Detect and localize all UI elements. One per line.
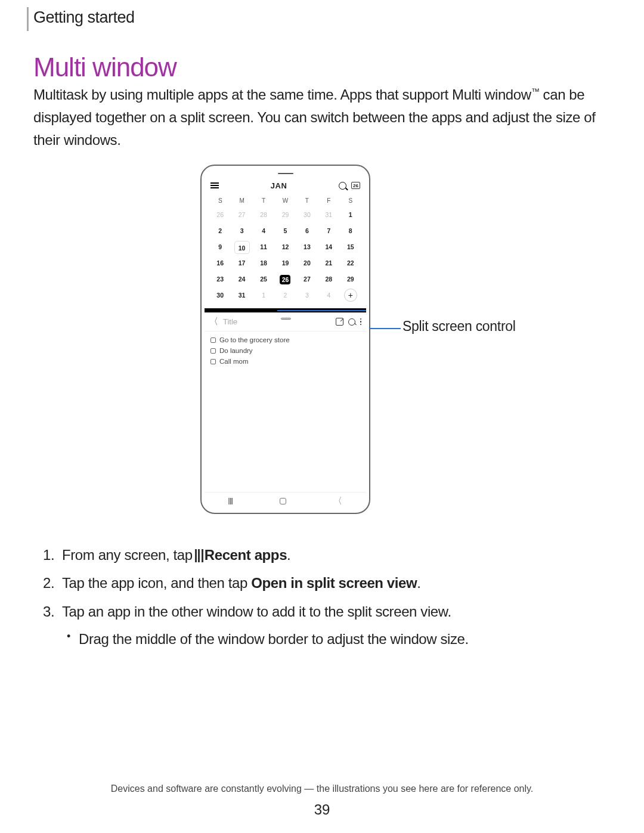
calendar-cell: 29 [274,207,296,223]
calendar-cell: 17 [231,255,252,271]
calendar-cell: 31 [318,207,339,223]
step-text: Tap an app in the other window to add it… [62,603,451,620]
calendar-cell: 10 [231,239,252,255]
calendar-cell: 30 [296,207,318,223]
calendar-cell: 27 [296,271,318,287]
dow-cell: S [209,197,231,204]
dow-cell: S [340,197,361,204]
calendar-cell: 27 [231,207,252,223]
step-text: From any screen, tap [62,547,193,563]
note-item: Do laundry [210,346,360,357]
calendar-cell: 1 [253,287,274,304]
calendar-cell: 22 [340,255,361,271]
dow-cell: T [253,197,274,204]
calendar-cell: 14 [318,239,339,255]
calendar-cell: 4 [253,223,274,239]
search-icon [339,182,346,190]
calendar-row: 30311234+ [209,287,361,304]
calendar-cell: 21 [318,255,339,271]
calendar-cell: + [340,287,361,304]
phone-illustration: JAN 26 S M T W T F S 2627282930311234567… [200,165,370,514]
notes-body: Go to the grocery store Do laundry Call … [205,332,366,492]
calendar-cell: 16 [209,255,231,271]
section-name: Getting started [33,8,135,27]
calendar-row: 2627282930311 [209,207,361,223]
checkbox-icon [210,337,216,343]
back-icon: 〈 [333,496,342,507]
home-icon [280,498,286,504]
page-title: Multi window [33,52,177,82]
trademark-symbol: ™ [531,86,540,96]
calendar-row: 2345678 [209,223,361,239]
calendar-dow-row: S M T W T F S [209,197,361,204]
period: . [417,575,420,591]
calendar-cell: 8 [340,223,361,239]
step-3: Tap an app in the other window to add it… [43,600,603,651]
calendar-cell: 28 [318,271,339,287]
today-badge: 26 [351,182,360,189]
notes-title-placeholder: Title [223,317,331,326]
phone-screen: JAN 26 S M T W T F S 2627282930311234567… [205,169,366,510]
calendar-cell: 9 [209,239,231,255]
calendar-row: 9101112131415 [209,239,361,255]
split-screen-divider [205,308,366,312]
dow-cell: F [318,197,339,204]
calendar-cell: 11 [253,239,274,255]
calendar-cell: 31 [231,287,252,304]
note-item: Call mom [210,357,360,367]
note-item: Go to the grocery store [210,335,360,346]
steps-list: From any screen, tapRecent apps. Tap the… [43,544,603,657]
calendar-cell: 18 [253,255,274,271]
dow-cell: M [231,197,252,204]
calendar-cell: 29 [340,271,361,287]
drag-handle-top [205,169,366,175]
search-icon [348,318,355,326]
period: . [287,547,290,563]
step-1: From any screen, tapRecent apps. [43,544,603,566]
dow-cell: T [296,197,318,204]
callout-line [369,328,401,329]
calendar-cell: 4 [318,287,339,304]
hamburger-icon [210,182,219,188]
note-text: Call mom [219,357,249,367]
footer-note: Devices and software are constantly evol… [0,784,644,794]
step-3-sub: Drag the middle of the window border to … [79,628,603,651]
calendar-cell: 20 [296,255,318,271]
recent-apps-icon [195,549,203,562]
calendar-cell: 23 [209,271,231,287]
split-view-label: Open in split screen view [251,575,417,591]
calendar-cell: 19 [274,255,296,271]
calendar-row: 16171819202122 [209,255,361,271]
recent-apps-label: Recent apps [205,547,287,563]
step-2: Tap the app icon, and then tap Open in s… [43,572,603,594]
header-accent-line [27,7,29,31]
calendar-cell: 15 [340,239,361,255]
step-text: Tap the app icon, and then tap [62,575,251,591]
recent-apps-icon [228,498,233,504]
checkbox-icon [210,348,216,354]
add-event-button: + [344,289,357,302]
calendar-cell: 2 [209,223,231,239]
calendar-cell: 1 [340,207,361,223]
note-text: Go to the grocery store [219,335,290,346]
calendar-cell: 30 [209,287,231,304]
calendar-cell: 26 [274,271,296,287]
back-icon: 〈 [209,316,218,327]
edit-icon [336,318,343,326]
callout-connector-top [277,310,366,311]
note-text: Do laundry [219,346,253,357]
calendar-cell: 2 [274,287,296,304]
calendar-cell: 12 [274,239,296,255]
calendar-row: 23242526272829 [209,271,361,287]
more-icon [360,318,362,325]
calendar-cell: 3 [231,223,252,239]
notes-topbar: 〈 Title [205,312,366,332]
calendar-cell: 5 [274,223,296,239]
phone-navbar: 〈 [205,492,366,510]
callout-label: Split screen control [402,318,516,335]
calendar-month: JAN [219,181,339,190]
checkbox-icon [210,359,216,364]
calendar-cell: 26 [209,207,231,223]
calendar-topbar: JAN 26 [205,175,366,196]
intro-paragraph: Multitask by using multiple apps at the … [33,83,606,151]
